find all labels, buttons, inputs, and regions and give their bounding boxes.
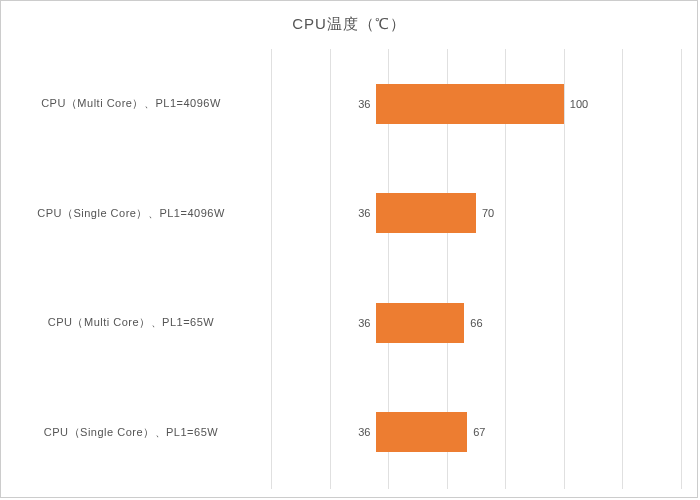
bar-wrap: 3666 (376, 303, 464, 343)
bar-wrap: 3667 (376, 412, 467, 452)
value-label: 70 (482, 207, 494, 219)
bar (376, 303, 464, 343)
value-label: 100 (570, 98, 588, 110)
category-label: CPU（Multi Core）、PL1=65W (1, 315, 261, 330)
chart-row: CPU（Multi Core）、PL1=4096W36100 (1, 69, 697, 139)
chart-row: CPU（Single Core）、PL1=4096W3670 (1, 178, 697, 248)
min-value-label: 36 (358, 317, 370, 329)
chart-title: CPU温度（℃） (1, 1, 697, 44)
min-value-label: 36 (358, 207, 370, 219)
value-label: 67 (473, 426, 485, 438)
category-label: CPU（Single Core）、PL1=65W (1, 425, 261, 440)
bar (376, 84, 563, 124)
min-value-label: 36 (358, 98, 370, 110)
chart-row: CPU（Multi Core）、PL1=65W3666 (1, 288, 697, 358)
category-label: CPU（Multi Core）、PL1=4096W (1, 96, 261, 111)
bar-wrap: 3670 (376, 193, 476, 233)
bar (376, 412, 467, 452)
category-label: CPU（Single Core）、PL1=4096W (1, 206, 261, 221)
bar (376, 193, 476, 233)
value-label: 66 (470, 317, 482, 329)
chart-rows: CPU（Multi Core）、PL1=4096W36100CPU（Single… (1, 49, 697, 487)
chart-container: CPU温度（℃） CPU（Multi Core）、PL1=4096W36100C… (0, 0, 698, 498)
chart-row: CPU（Single Core）、PL1=65W3667 (1, 397, 697, 467)
bar-wrap: 36100 (376, 84, 563, 124)
min-value-label: 36 (358, 426, 370, 438)
